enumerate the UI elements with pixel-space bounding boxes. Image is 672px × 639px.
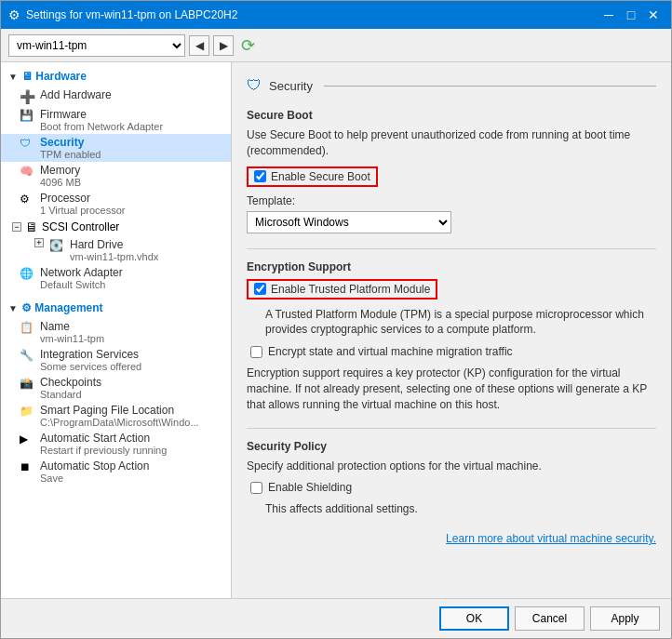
- enable-shielding-row: Enable Shielding: [250, 481, 656, 494]
- integration-icon: 🔧: [20, 349, 34, 364]
- sidebar-item-network-adapter[interactable]: 🌐 Network Adapter Default Switch: [1, 264, 231, 292]
- memory-sub-label: 4096 MB: [40, 177, 81, 188]
- hardware-section-label: 🖥 Hardware: [21, 70, 87, 83]
- hardware-section-header[interactable]: ▼ 🖥 Hardware: [1, 66, 231, 87]
- toolbar: vm-win11-tpm ◀ ▶ ⟳: [1, 29, 671, 62]
- apply-button[interactable]: Apply: [590, 606, 660, 631]
- sidebar-item-auto-stop[interactable]: ⏹ Automatic Stop Action Save: [1, 458, 231, 486]
- firmware-icon: 💾: [20, 109, 34, 124]
- enable-secure-boot-checkbox[interactable]: [254, 170, 266, 182]
- checkpoints-label: Checkpoints: [40, 376, 101, 389]
- sidebar-item-integration[interactable]: 🔧 Integration Services Some services off…: [1, 346, 231, 374]
- scsi-icon: 🖥: [25, 220, 38, 234]
- title-controls: ─ □ ✕: [598, 6, 664, 24]
- vm-select[interactable]: vm-win11-tpm: [8, 34, 185, 57]
- template-select[interactable]: Microsoft Windows: [247, 211, 451, 233]
- scsi-label: SCSI Controller: [42, 220, 119, 233]
- management-section-label: ⚙ Management: [21, 301, 103, 314]
- scsi-expand-icon[interactable]: −: [12, 222, 21, 232]
- sidebar-item-checkpoints[interactable]: 📸 Checkpoints Standard: [1, 374, 231, 402]
- checkpoints-icon: 📸: [20, 377, 34, 392]
- auto-start-label: Automatic Start Action: [40, 432, 167, 445]
- hard-drive-sub-label: vm-win11-tpm.vhdx: [70, 251, 158, 262]
- smart-paging-icon: 📁: [20, 405, 34, 419]
- secure-boot-section: Secure Boot Use Secure Boot to help prev…: [247, 109, 656, 233]
- enable-shielding-label: Enable Shielding: [268, 481, 352, 494]
- hard-drive-label: Hard Drive: [70, 238, 158, 251]
- template-label: Template:: [247, 194, 656, 207]
- cancel-button[interactable]: Cancel: [515, 606, 585, 631]
- add-hardware-icon: ➕: [20, 89, 34, 104]
- hard-drive-expand-icon[interactable]: +: [34, 238, 44, 247]
- sidebar-item-security[interactable]: 🛡 Security TPM enabled: [1, 134, 231, 162]
- enable-shielding-checkbox[interactable]: [250, 482, 262, 494]
- sidebar-item-processor[interactable]: ⚙ Processor 1 Virtual processor: [1, 190, 231, 218]
- encrypt-traffic-row: Encrypt state and virtual machine migrat…: [250, 345, 656, 358]
- main-window: ⚙ Settings for vm-win11-tpm on LABPC20H2…: [0, 0, 672, 639]
- scsi-children: + 💽 Hard Drive vm-win11-tpm.vhdx: [1, 236, 231, 264]
- checkpoints-sub-label: Standard: [40, 389, 101, 400]
- network-adapter-icon: 🌐: [20, 267, 34, 282]
- name-sub-label: vm-win11-tpm: [40, 333, 104, 344]
- name-icon: 📋: [20, 321, 34, 336]
- security-label: Security: [40, 136, 101, 149]
- management-chevron-icon: ▼: [8, 303, 18, 313]
- processor-label: Processor: [40, 192, 126, 205]
- sidebar-item-add-hardware[interactable]: ➕ Add Hardware: [1, 87, 231, 106]
- shielding-note: This affects additional settings.: [265, 501, 656, 517]
- auto-stop-sub-label: Save: [40, 473, 149, 484]
- sidebar-item-firmware[interactable]: 💾 Firmware Boot from Network Adapter: [1, 106, 231, 134]
- window-title: Settings for vm-win11-tpm on LABPC20H2: [26, 8, 237, 21]
- sidebar-item-smart-paging[interactable]: 📁 Smart Paging File Location C:\ProgramD…: [1, 402, 231, 430]
- minimize-button[interactable]: ─: [598, 6, 619, 24]
- learn-more-link[interactable]: Learn more about virtual machine securit…: [446, 532, 656, 545]
- auto-stop-label: Automatic Stop Action: [40, 459, 149, 473]
- sidebar-item-auto-start[interactable]: ▶ Automatic Start Action Restart if prev…: [1, 430, 231, 458]
- close-button[interactable]: ✕: [643, 6, 664, 24]
- encrypt-traffic-checkbox[interactable]: [250, 346, 262, 358]
- smart-paging-sub-label: C:\ProgramData\Microsoft\Windo...: [40, 417, 199, 428]
- security-policy-desc: Specify additional protection options fo…: [247, 459, 656, 474]
- sidebar-item-hard-drive[interactable]: + 💽 Hard Drive vm-win11-tpm.vhdx: [8, 236, 231, 264]
- security-policy-section: Security Policy Specify additional prote…: [247, 440, 656, 518]
- enable-secure-boot-label: Enable Secure Boot: [271, 170, 370, 183]
- integration-label: Integration Services: [40, 348, 141, 361]
- template-row: Template: Microsoft Windows: [247, 194, 656, 233]
- encryption-section: Encryption Support Enable Trusted Platfo…: [247, 260, 656, 413]
- sidebar-item-name[interactable]: 📋 Name vm-win11-tpm: [1, 318, 231, 346]
- network-adapter-label: Network Adapter: [40, 266, 123, 279]
- scsi-controller-group: − 🖥 SCSI Controller + 💽 Hard Drive vm-wi…: [1, 218, 231, 264]
- nav-forward-button[interactable]: ▶: [213, 35, 234, 56]
- security-sub-label: TPM enabled: [40, 149, 101, 160]
- smart-paging-label: Smart Paging File Location: [40, 404, 199, 417]
- bottom-buttons: OK Cancel Apply: [1, 598, 671, 638]
- enable-tpm-checkbox[interactable]: [254, 283, 266, 295]
- panel-title-row: 🛡 Security: [247, 77, 656, 94]
- ok-button[interactable]: OK: [439, 606, 509, 631]
- enable-tpm-highlighted: Enable Trusted Platform Module: [247, 279, 437, 300]
- section-separator-1: [247, 248, 656, 249]
- security-icon: 🛡: [20, 137, 34, 152]
- learn-more-container: Learn more about virtual machine securit…: [247, 532, 656, 545]
- maximize-button[interactable]: □: [621, 6, 641, 24]
- network-adapter-sub-label: Default Switch: [40, 279, 123, 290]
- nav-refresh-button[interactable]: ⟳: [237, 35, 258, 56]
- nav-back-button[interactable]: ◀: [189, 35, 209, 56]
- encryption-note: Encryption support requires a key protec…: [247, 366, 656, 412]
- sidebar-item-memory[interactable]: 🧠 Memory 4096 MB: [1, 162, 231, 190]
- auto-start-sub-label: Restart if previously running: [40, 445, 167, 456]
- enable-tpm-label: Enable Trusted Platform Module: [271, 283, 430, 296]
- enable-tpm-row: Enable Trusted Platform Module: [247, 279, 656, 300]
- hard-drive-icon: 💽: [49, 239, 64, 254]
- memory-label: Memory: [40, 164, 81, 177]
- management-section-header[interactable]: ▼ ⚙ Management: [1, 298, 231, 318]
- window-icon: ⚙: [8, 7, 20, 22]
- scsi-controller-header[interactable]: − 🖥 SCSI Controller: [1, 218, 231, 236]
- auto-start-icon: ▶: [20, 433, 34, 447]
- hardware-icon: 🖥: [21, 70, 33, 83]
- right-panel: 🛡 Security Secure Boot Use Secure Boot t…: [232, 62, 671, 598]
- name-label: Name: [40, 320, 104, 333]
- secure-boot-title: Secure Boot: [247, 109, 656, 122]
- panel-title-divider: [324, 86, 656, 87]
- memory-icon: 🧠: [20, 165, 34, 180]
